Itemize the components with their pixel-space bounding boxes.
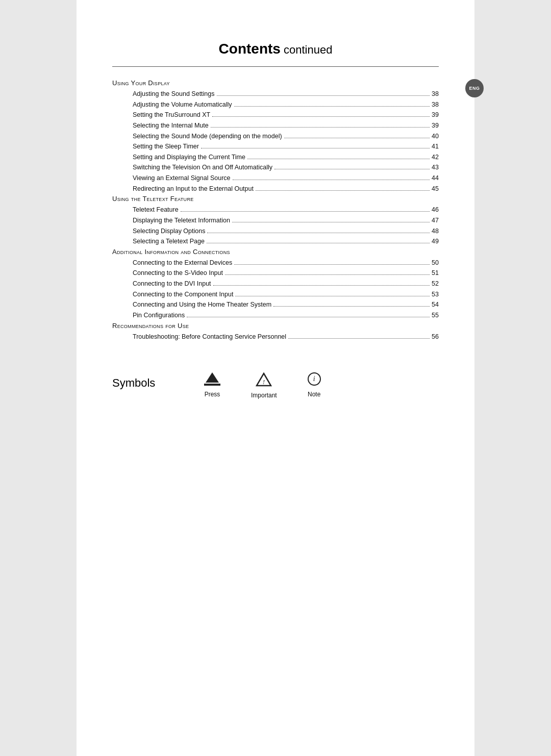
entry-page: 45 (432, 184, 439, 194)
dots (274, 169, 430, 169)
entry-page: 51 (432, 268, 439, 279)
toc-entry: Connecting to the S-Video Input 51 (112, 268, 439, 279)
section-header-teletext: Using the Teletext Feature (112, 195, 439, 203)
toc-entry: Teletext Feature 46 (112, 205, 439, 215)
entry-text: Setting and Displaying the Current Time (133, 152, 245, 163)
eng-badge: ENG (465, 79, 484, 97)
entry-text: Adjusting the Volume Automatically (133, 99, 232, 110)
entry-page: 56 (432, 332, 439, 342)
toc-entry: Connecting to the External Devices 50 (112, 258, 439, 268)
dots (211, 127, 430, 128)
toc-entry: Connecting to the DVI Input 52 (112, 279, 439, 289)
entry-page: 43 (432, 162, 439, 173)
toc-entry: Adjusting the Sound Settings 38 (112, 89, 439, 99)
entry-page: 49 (432, 236, 439, 247)
dots (207, 243, 430, 243)
entry-page: 53 (432, 289, 439, 300)
entry-text: Pin Configurations (133, 310, 185, 321)
entry-text: Displaying the Teletext Information (133, 215, 230, 226)
section-header-additional: Additional Information and Connections (112, 248, 439, 256)
symbol-press: Press (204, 372, 220, 398)
section-additional-info: Additional Information and Connections C… (112, 248, 439, 321)
title-normal: continued (281, 43, 333, 56)
dots (212, 116, 430, 117)
entry-page: 48 (432, 226, 439, 237)
dots (213, 285, 430, 286)
dots (217, 95, 430, 96)
symbols-label: Symbols (112, 372, 194, 390)
title-divider (112, 66, 439, 67)
entry-text: Setting the TruSurround XT (133, 110, 210, 120)
entry-text: Selecting Display Options (133, 226, 205, 237)
toc-container: Using Your Display Adjusting the Sound S… (112, 79, 439, 342)
dots (225, 274, 430, 275)
dots (207, 233, 430, 233)
dots (284, 138, 430, 138)
press-bar-icon (204, 384, 220, 386)
entry-page: 38 (432, 89, 439, 99)
dots (234, 106, 430, 107)
dots (187, 317, 430, 317)
entry-page: 39 (432, 110, 439, 120)
toc-entry: Setting and Displaying the Current Time … (112, 152, 439, 163)
dots (288, 338, 430, 339)
entry-text: Connecting to the External Devices (133, 258, 232, 268)
entry-text: Connecting to the Component Input (133, 289, 233, 300)
entry-page: 46 (432, 205, 439, 215)
toc-entry: Selecting Display Options 48 (112, 226, 439, 237)
entry-page: 47 (432, 215, 439, 226)
entry-text: Teletext Feature (133, 205, 179, 215)
press-triangle-icon (206, 372, 219, 383)
toc-entry: Switching the Television On and Off Auto… (112, 162, 439, 173)
entry-page: 40 (432, 131, 439, 142)
toc-entry: Adjusting the Volume Automatically 38 (112, 99, 439, 110)
entry-text: Connecting to the S-Video Input (133, 268, 223, 279)
dots (256, 190, 430, 191)
page-wrapper: 5 ENG Contents continued Using Your Disp… (0, 0, 551, 756)
entry-page: 54 (432, 299, 439, 310)
section-header-using-your-display: Using Your Display (112, 79, 439, 87)
entry-page: 50 (432, 258, 439, 268)
toc-entry: Pin Configurations 55 (112, 310, 439, 321)
symbol-items: Press ! Important i (194, 372, 321, 399)
toc-entry: Displaying the Teletext Information 47 (112, 215, 439, 226)
dots (234, 264, 430, 265)
toc-entry: Connecting and Using the Home Theater Sy… (112, 299, 439, 310)
entry-text: Setting the Sleep Timer (133, 141, 199, 152)
toc-entry: Troubleshooting: Before Contacting Servi… (112, 332, 439, 342)
note-circle-icon: i (308, 372, 321, 386)
entry-text: Connecting to the DVI Input (133, 279, 211, 289)
toc-entry: Selecting the Sound Mode (depending on t… (112, 131, 439, 142)
entry-page: 44 (432, 173, 439, 184)
entry-page: 41 (432, 141, 439, 152)
toc-entry: Redirecting an Input to the External Out… (112, 184, 439, 194)
page-title: Contents continued (112, 41, 439, 57)
title-bold: Contents (219, 41, 281, 57)
toc-entry: Connecting to the Component Input 53 (112, 289, 439, 300)
entry-text: Selecting the Sound Mode (depending on t… (133, 131, 282, 142)
dots (233, 180, 430, 180)
entry-page: 38 (432, 99, 439, 110)
section-header-recommendations: Recommendations for Use (112, 322, 439, 330)
important-caption: Important (251, 392, 277, 399)
entry-text: Switching the Television On and Off Auto… (133, 162, 272, 173)
entry-text: Selecting the Internal Mute (133, 120, 209, 131)
dots (247, 159, 430, 159)
press-caption: Press (205, 391, 220, 398)
entry-page: 52 (432, 279, 439, 289)
dots (273, 306, 430, 307)
toc-entry: Setting the TruSurround XT 39 (112, 110, 439, 120)
entry-text: Viewing an External Signal Source (133, 173, 231, 184)
dots (181, 211, 430, 212)
toc-entry: Setting the Sleep Timer 41 (112, 141, 439, 152)
symbol-note: i Note (308, 372, 321, 398)
entry-text: Troubleshooting: Before Contacting Servi… (133, 332, 286, 342)
svg-text:!: ! (263, 378, 265, 386)
entry-text: Adjusting the Sound Settings (133, 89, 215, 99)
section-using-your-display: Using Your Display Adjusting the Sound S… (112, 79, 439, 194)
important-triangle-icon: ! (256, 372, 272, 387)
entry-page: 39 (432, 120, 439, 131)
dots (201, 148, 430, 148)
eng-label: ENG (469, 86, 480, 91)
entry-page: 55 (432, 310, 439, 321)
